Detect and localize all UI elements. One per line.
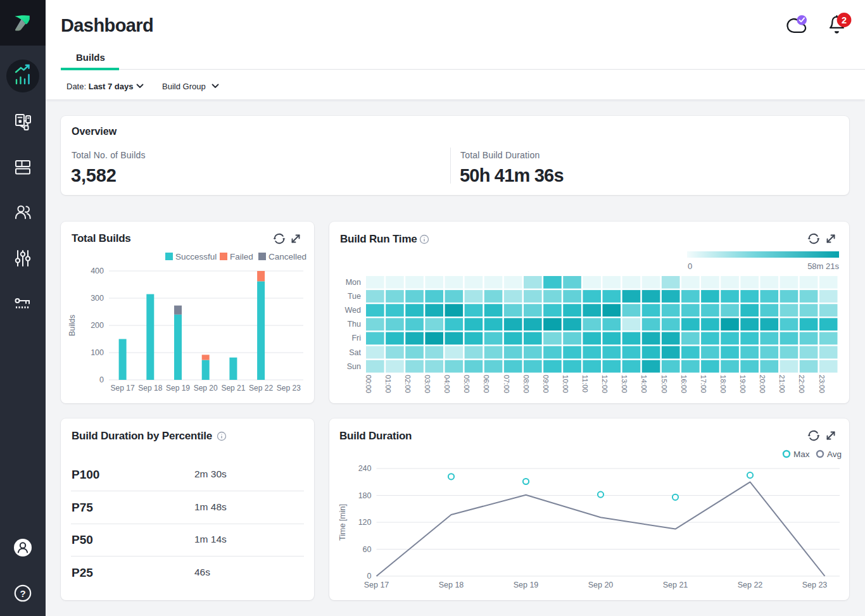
svg-text:120: 120: [358, 518, 372, 527]
svg-text:05:00: 05:00: [463, 375, 470, 393]
svg-text:22:00: 22:00: [798, 375, 805, 393]
svg-text:0: 0: [99, 375, 104, 384]
svg-text:04:00: 04:00: [443, 375, 451, 393]
svg-text:2: 2: [842, 15, 847, 25]
svg-text:Thu: Thu: [347, 320, 361, 329]
svg-text:01:00: 01:00: [384, 375, 392, 393]
svg-text:03:00: 03:00: [424, 375, 431, 393]
svg-text:23:00: 23:00: [818, 375, 826, 393]
svg-text:Failed: Failed: [230, 252, 253, 261]
svg-text:Avg: Avg: [827, 449, 842, 459]
svg-text:Sep 18: Sep 18: [439, 581, 464, 589]
svg-text:58m 21s: 58m 21s: [807, 261, 839, 271]
svg-text:240: 240: [358, 464, 372, 473]
svg-text:100: 100: [91, 348, 104, 357]
svg-text:07:00: 07:00: [503, 375, 510, 393]
svg-text:Sep 20: Sep 20: [588, 581, 614, 589]
svg-text:Fri: Fri: [351, 334, 361, 343]
svg-text:Sep 23: Sep 23: [802, 581, 828, 589]
svg-text:Mon: Mon: [346, 278, 361, 287]
svg-text:60: 60: [363, 545, 372, 554]
svg-text:12:00: 12:00: [601, 375, 609, 393]
svg-text:Sep 19: Sep 19: [166, 384, 190, 393]
svg-text:0: 0: [367, 572, 372, 581]
svg-text:Sat: Sat: [349, 348, 361, 357]
svg-text:Sep 17: Sep 17: [364, 581, 389, 589]
svg-text:21:00: 21:00: [778, 375, 786, 393]
svg-text:300: 300: [91, 294, 104, 303]
svg-text:Builds: Builds: [68, 315, 77, 336]
svg-text:00:00: 00:00: [365, 375, 372, 393]
svg-text:Sep 21: Sep 21: [221, 384, 245, 393]
svg-text:14:00: 14:00: [640, 375, 648, 393]
svg-text:06:00: 06:00: [483, 375, 490, 393]
svg-text:Sep 20: Sep 20: [194, 384, 218, 393]
svg-text:180: 180: [358, 491, 372, 500]
svg-text:Cancelled: Cancelled: [268, 252, 306, 261]
svg-text:Sep 19: Sep 19: [514, 581, 539, 589]
svg-text:Sep 23: Sep 23: [277, 384, 301, 393]
svg-text:10:00: 10:00: [562, 375, 569, 393]
svg-text:0: 0: [688, 261, 692, 271]
svg-text:Sep 17: Sep 17: [111, 384, 135, 393]
svg-text:20:00: 20:00: [759, 375, 766, 393]
svg-text:18:00: 18:00: [719, 375, 727, 393]
svg-text:Sep 18: Sep 18: [138, 384, 162, 393]
svg-text:Wed: Wed: [345, 306, 362, 315]
svg-text:02:00: 02:00: [404, 375, 412, 393]
svg-text:15:00: 15:00: [660, 375, 668, 393]
svg-text:19:00: 19:00: [739, 375, 747, 393]
svg-text:Sep 22: Sep 22: [738, 581, 763, 589]
svg-text:200: 200: [91, 321, 104, 330]
svg-text:Sep 22: Sep 22: [249, 384, 273, 393]
svg-text:Successful: Successful: [175, 252, 217, 261]
svg-text:11:00: 11:00: [581, 375, 589, 393]
svg-text:Tue: Tue: [348, 292, 361, 301]
svg-text:Max: Max: [793, 449, 810, 459]
svg-text:08:00: 08:00: [522, 375, 530, 393]
svg-text:17:00: 17:00: [700, 375, 707, 393]
svg-text:?: ?: [20, 588, 25, 599]
svg-text:400: 400: [91, 267, 104, 275]
svg-text:13:00: 13:00: [621, 375, 628, 393]
svg-text:Sep 21: Sep 21: [663, 581, 688, 589]
svg-text:09:00: 09:00: [542, 375, 550, 393]
svg-text:16:00: 16:00: [680, 375, 688, 393]
svg-text:Sun: Sun: [347, 362, 361, 371]
svg-text:Time [min]: Time [min]: [338, 504, 347, 541]
